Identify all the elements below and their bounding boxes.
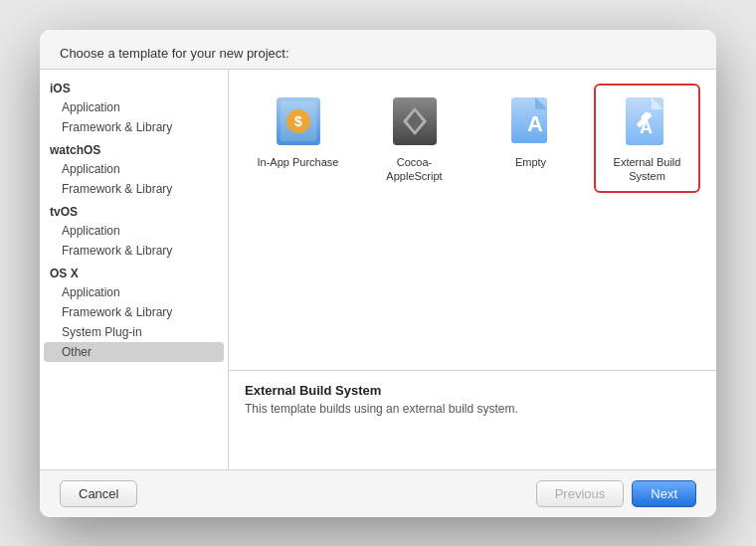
sidebar-section-watchos[interactable]: watchOS bbox=[40, 137, 228, 159]
template-grid: $ In-App Purchase bbox=[245, 84, 700, 194]
sidebar-item-ios-framework[interactable]: Framework & Library bbox=[40, 117, 228, 137]
svg-text:A: A bbox=[640, 117, 653, 137]
desc-title: External Build System bbox=[245, 383, 700, 398]
desc-text: This template builds using an external b… bbox=[245, 402, 700, 416]
dialog-title: Choose a template for your new project: bbox=[40, 30, 716, 70]
content-area: $ In-App Purchase bbox=[229, 70, 716, 469]
cocoa-applescript-label: Cocoa-AppleScript bbox=[386, 155, 442, 184]
template-cocoa-applescript[interactable]: Cocoa-AppleScript bbox=[361, 84, 468, 194]
previous-button[interactable]: Previous bbox=[536, 480, 625, 507]
svg-text:$: $ bbox=[294, 113, 302, 129]
external-build-system-icon: A bbox=[620, 93, 675, 149]
footer-right: Previous Next bbox=[536, 480, 696, 507]
empty-icon: A bbox=[503, 93, 559, 149]
sidebar-item-watchos-framework[interactable]: Framework & Library bbox=[40, 179, 228, 199]
template-empty[interactable]: A Empty bbox=[477, 84, 584, 194]
empty-label: Empty bbox=[515, 155, 546, 169]
sidebar-section-ios[interactable]: iOS bbox=[40, 76, 228, 97]
template-in-app-purchase[interactable]: $ In-App Purchase bbox=[245, 84, 351, 194]
cancel-button[interactable]: Cancel bbox=[60, 480, 137, 507]
sidebar-item-osx-application[interactable]: Application bbox=[40, 282, 228, 302]
sidebar-item-watchos-application[interactable]: Application bbox=[40, 159, 228, 179]
external-build-system-label: External Build System bbox=[600, 155, 694, 184]
template-grid-area: $ In-App Purchase bbox=[229, 70, 716, 370]
sidebar-item-ios-application[interactable]: Application bbox=[40, 97, 228, 117]
sidebar-item-osx-systemplugin[interactable]: System Plug-in bbox=[40, 322, 228, 342]
description-area: External Build System This template buil… bbox=[229, 370, 716, 469]
sidebar-section-tvos[interactable]: tvOS bbox=[40, 199, 228, 221]
next-button[interactable]: Next bbox=[632, 480, 696, 507]
dialog-body: iOS Application Framework & Library watc… bbox=[40, 70, 716, 469]
template-external-build-system[interactable]: A External Build System bbox=[594, 84, 700, 194]
sidebar-item-osx-framework[interactable]: Framework & Library bbox=[40, 302, 228, 322]
footer-left: Cancel bbox=[60, 480, 137, 507]
cocoa-applescript-icon bbox=[387, 93, 443, 149]
in-app-purchase-label: In-App Purchase bbox=[258, 155, 339, 169]
sidebar-item-other[interactable]: Other bbox=[44, 342, 224, 362]
sidebar: iOS Application Framework & Library watc… bbox=[40, 70, 229, 469]
new-project-dialog: Choose a template for your new project: … bbox=[40, 30, 716, 517]
sidebar-item-tvos-framework[interactable]: Framework & Library bbox=[40, 241, 228, 261]
sidebar-section-osx[interactable]: OS X bbox=[40, 261, 228, 282]
svg-text:A: A bbox=[527, 111, 543, 136]
dialog-footer: Cancel Previous Next bbox=[40, 469, 716, 517]
in-app-purchase-icon: $ bbox=[271, 93, 326, 149]
sidebar-item-tvos-application[interactable]: Application bbox=[40, 221, 228, 241]
